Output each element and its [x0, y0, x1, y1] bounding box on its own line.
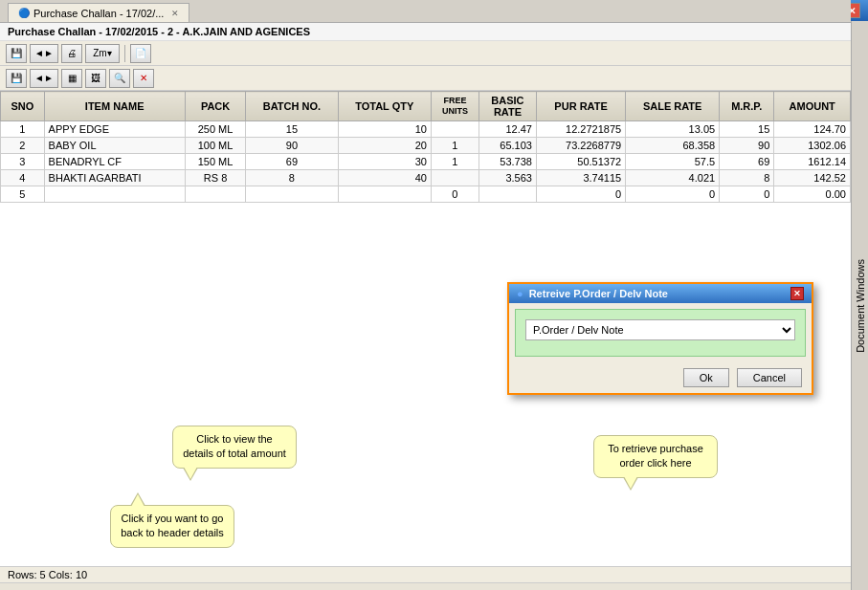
modal-body: P.Order / Delv Note: [515, 309, 806, 357]
retrieve-order-dialog: ● Retreive P.Order / Delv Note ✕ P.Order…: [507, 282, 813, 395]
modal-footer: Ok Cancel: [509, 362, 812, 393]
modal-titlebar: ● Retreive P.Order / Delv Note ✕: [509, 284, 812, 303]
callout-total-amount: Click to view the details of total amoun…: [172, 426, 297, 469]
modal-close-button[interactable]: ✕: [790, 287, 804, 300]
modal-ok-button[interactable]: Ok: [683, 368, 729, 387]
modal-cancel-button[interactable]: Cancel: [737, 368, 802, 387]
p-order-select[interactable]: P.Order / Delv Note: [525, 319, 795, 340]
modal-title-icon: ●: [517, 288, 523, 299]
callout-header-details: Click if you want to go back to header d…: [110, 505, 234, 548]
modal-title: Retreive P.Order / Delv Note: [529, 288, 668, 299]
callout-retrieve-order: To retrieve purchase order click here: [593, 435, 718, 478]
